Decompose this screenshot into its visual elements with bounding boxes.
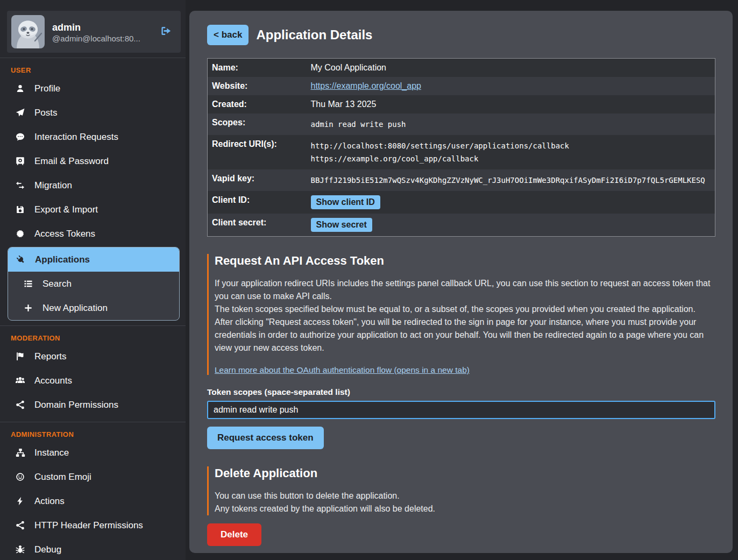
table-row: Created:Thu Mar 13 2025 — [208, 95, 715, 114]
row-label: Name: — [208, 59, 307, 77]
sidebar-item-new-application[interactable]: New Application — [8, 296, 179, 320]
sidebar-item-interaction-requests[interactable]: Interaction Requests — [0, 125, 186, 149]
row-value: admin read write push — [307, 114, 715, 135]
sidebar-item-label: Actions — [34, 495, 65, 507]
sidebar-item-applications[interactable]: Applications — [8, 247, 179, 272]
sidebar-item-label: Search — [42, 278, 72, 289]
sidebar-item-email-password[interactable]: Email & Password — [0, 149, 186, 173]
share-nodes-icon — [15, 521, 25, 530]
divider — [0, 325, 186, 326]
divider — [0, 422, 186, 422]
sidebar-item-label: Reports — [34, 351, 67, 362]
row-label: Created: — [208, 95, 307, 114]
sidebar-item-label: New Application — [42, 302, 108, 314]
logout-button[interactable] — [160, 25, 172, 38]
section-header-administration: ADMINISTRATION — [11, 430, 186, 438]
sidebar-item-label: Profile — [34, 83, 60, 94]
sidebar-item-label: HTTP Header Permissions — [34, 520, 143, 531]
share-nodes-icon — [15, 400, 25, 409]
sidebar-item-http-header-permissions[interactable]: HTTP Header Permissions — [0, 513, 186, 537]
certificate-icon — [15, 229, 25, 238]
bug-icon — [15, 545, 25, 554]
website-link[interactable]: https://example.org/cool_app — [311, 81, 421, 90]
smile-icon — [15, 472, 25, 481]
sidebar-item-reports[interactable]: Reports — [0, 344, 186, 368]
main-area: < back Application Details Name:My Cool … — [186, 0, 738, 560]
token-section-paragraph: The token scopes specified below must be… — [215, 303, 715, 316]
plus-icon — [23, 303, 33, 313]
sidebar-item-posts[interactable]: Posts — [0, 101, 186, 125]
floppy-icon — [15, 205, 25, 214]
flag-icon — [15, 352, 25, 361]
sidebar-item-label: Access Tokens — [34, 228, 95, 239]
row-label: Client secret: — [208, 214, 307, 237]
table-row: Client secret:Show secret — [208, 214, 715, 237]
sidebar-item-debug[interactable]: Debug — [0, 537, 186, 560]
sidebar-item-instance[interactable]: Instance — [0, 441, 186, 465]
sidebar-item-label: Custom Emoji — [34, 471, 91, 483]
delete-section-line: You can use this button to delete the ap… — [215, 490, 715, 502]
sidebar-item-label: Debug — [34, 544, 61, 555]
token-section-heading: Request An API Access Token — [215, 254, 715, 268]
sidebar-item-label: Email & Password — [34, 155, 109, 167]
show-secret-button[interactable]: Show secret — [311, 218, 372, 232]
application-details-table: Name:My Cool ApplicationWebsite:https://… — [207, 58, 715, 237]
sidebar-item-actions[interactable]: Actions — [0, 489, 186, 513]
row-value: Show client ID — [307, 191, 715, 214]
user-info: admin @admin@localhost:80... — [52, 21, 152, 43]
sidebar-item-search[interactable]: Search — [8, 272, 179, 296]
user-name: admin — [52, 21, 152, 34]
row-value-text: Thu Mar 13 2025 — [311, 100, 377, 109]
token-scopes-input[interactable] — [207, 401, 715, 419]
sidebar-item-custom-emoji[interactable]: Custom Emoji — [0, 465, 186, 489]
token-scopes-label: Token scopes (space-separated list) — [207, 387, 715, 397]
back-button[interactable]: < back — [207, 25, 249, 45]
row-value-mono: http://localhost:8080/settings/user/appl… — [311, 139, 711, 152]
nav-group-applications: ApplicationsSearchNew Application — [8, 247, 180, 321]
page-title: Application Details — [256, 27, 372, 42]
request-access-token-button[interactable]: Request access token — [207, 427, 324, 449]
token-section-paragraphs: If your application redirect URIs includ… — [215, 277, 715, 355]
row-value: https://example.org/cool_app — [307, 77, 715, 95]
token-section-paragraph: If your application redirect URIs includ… — [215, 277, 715, 303]
submenu: SearchNew Application — [8, 272, 179, 320]
sidebar-item-profile[interactable]: Profile — [0, 76, 186, 101]
sidebar-item-label: Domain Permissions — [34, 399, 118, 410]
table-row: Client ID:Show client ID — [208, 191, 715, 214]
sidebar-item-accounts[interactable]: Accounts — [0, 368, 186, 393]
migration-icon — [15, 181, 25, 190]
details-table-body: Name:My Cool ApplicationWebsite:https://… — [208, 59, 715, 237]
row-value-mono: admin read write push — [311, 120, 406, 129]
row-value: BBJffJ219b5iE512m7wQSzv4KgKDhgZZVzNyWC_r… — [307, 169, 715, 191]
vault-icon — [15, 157, 25, 166]
row-value-text: My Cool Application — [311, 63, 387, 72]
delete-section-lines: You can use this button to delete the ap… — [215, 490, 715, 515]
delete-button[interactable]: Delete — [207, 523, 261, 546]
sidebar-item-label: Accounts — [34, 375, 72, 386]
delete-section-line: Any tokens created by the application wi… — [215, 502, 715, 515]
row-value: My Cool Application — [307, 59, 715, 77]
sidebar-item-access-tokens[interactable]: Access Tokens — [0, 222, 186, 246]
sidebar-item-domain-permissions[interactable]: Domain Permissions — [0, 393, 186, 417]
sidebar-item-export-import[interactable]: Export & Import — [0, 197, 186, 222]
users-icon — [15, 376, 25, 385]
sidebar-item-label: Instance — [34, 447, 69, 458]
table-row: Scopes:admin read write push — [208, 114, 715, 135]
sidebar-item-migration[interactable]: Migration — [0, 173, 186, 197]
sidebar-item-label: Migration — [34, 180, 72, 191]
bolt-icon — [15, 497, 25, 506]
table-row: Redirect URI(s):http://localhost:8080/se… — [208, 135, 715, 169]
sidebar-item-label: Posts — [34, 107, 58, 118]
sidebar: admin @admin@localhost:80... USERProfile… — [0, 0, 186, 560]
logout-icon — [160, 25, 172, 38]
show-client-id-button[interactable]: Show client ID — [311, 195, 380, 209]
sidebar-item-label: Interaction Requests — [34, 131, 118, 143]
settings-panel: < back Application Details Name:My Cool … — [189, 11, 733, 553]
comment-icon — [15, 132, 25, 141]
oauth-docs-link[interactable]: Learn more about the OAuth authenticatio… — [215, 365, 470, 375]
row-label: Client ID: — [208, 191, 307, 214]
row-value: Show secret — [307, 214, 715, 237]
row-value: Thu Mar 13 2025 — [307, 95, 715, 114]
delete-section-heading: Delete Application — [215, 466, 715, 480]
delete-section: Delete Application You can use this butt… — [207, 466, 715, 515]
